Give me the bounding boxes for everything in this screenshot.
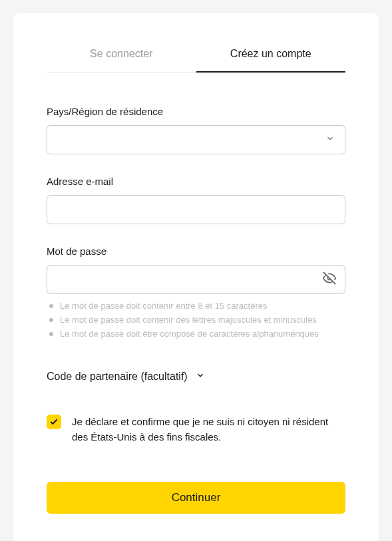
declaration-checkbox[interactable] [47,415,61,429]
hint-text: Le mot de passe doit contenir des lettre… [60,315,317,325]
email-label: Adresse e-mail [47,176,345,187]
email-field-group: Adresse e-mail [47,176,345,224]
hint-text: Le mot de passe doit être composé de car… [60,329,319,339]
password-hint: Le mot de passe doit être composé de car… [49,329,345,339]
chevron-down-icon [196,371,205,383]
country-field-group: Pays/Région de résidence [47,106,345,154]
declaration-row: Je déclare et confirme que je ne suis ni… [47,415,345,445]
tab-login[interactable]: Se connecter [47,40,196,72]
continue-button[interactable]: Continuer [47,482,345,514]
password-hint: Le mot de passe doit contenir entre 8 et… [49,301,345,311]
eye-off-icon[interactable] [323,271,336,287]
tabs: Se connecter Créez un compte [47,40,345,73]
password-label: Mot de passe [47,246,345,257]
signup-card: Se connecter Créez un compte Pays/Région… [13,13,379,541]
hint-dot-icon [49,318,53,322]
password-input-wrapper [47,265,345,294]
hint-dot-icon [49,332,53,336]
partner-code-toggle[interactable]: Code de partenaire (facultatif) [47,371,345,383]
password-field-group: Mot de passe Le mot de passe doit conten… [47,246,345,339]
country-input-wrapper [47,125,345,154]
hint-dot-icon [49,304,53,308]
declaration-text: Je déclare et confirme que je ne suis ni… [72,415,345,445]
email-input[interactable] [47,195,345,224]
partner-code-label: Code de partenaire (facultatif) [47,371,188,383]
tab-signup[interactable]: Créez un compte [196,40,346,72]
password-hints: Le mot de passe doit contenir entre 8 et… [47,301,345,339]
password-input[interactable] [47,265,345,294]
country-label: Pays/Région de résidence [47,106,345,117]
country-select[interactable] [47,125,345,154]
password-hint: Le mot de passe doit contenir des lettre… [49,315,345,325]
hint-text: Le mot de passe doit contenir entre 8 et… [60,301,267,311]
